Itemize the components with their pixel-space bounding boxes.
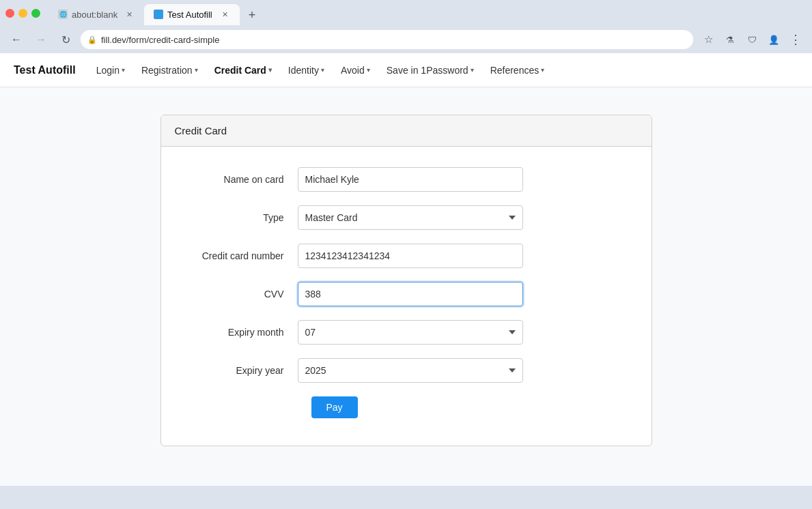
nav-avoid[interactable]: Avoid ▾: [334, 61, 377, 80]
type-select[interactable]: Visa Master Card Amex Discover: [298, 205, 523, 230]
extension-icon-2[interactable]: 🛡: [742, 30, 761, 49]
references-caret: ▾: [541, 66, 544, 74]
nav-references[interactable]: References ▾: [484, 61, 552, 80]
brand: Test Autofill: [14, 64, 76, 76]
pay-button[interactable]: Pay: [311, 396, 358, 418]
avoid-caret: ▾: [367, 66, 370, 74]
page-content: Test Autofill Login ▾ Registration ▾ Cre…: [0, 53, 812, 486]
name-on-card-row: Name on card: [188, 167, 624, 192]
credit-card-number-input[interactable]: [298, 244, 523, 268]
expiry-month-label: Expiry month: [188, 327, 298, 338]
title-bar: 🌐 about:blank ✕ 🌐 Test Autofill ✕ +: [0, 0, 812, 26]
expiry-month-select[interactable]: 01 02 03 04 05 06 07 08 09 10 11 12: [298, 320, 523, 345]
nav-save-in-1password[interactable]: Save in 1Password ▾: [380, 61, 481, 80]
tab-title-1: about:blank: [72, 10, 117, 20]
nav-credit-card[interactable]: Credit Card ▾: [208, 61, 279, 80]
name-on-card-input[interactable]: [298, 167, 523, 192]
browser-window: 🌐 about:blank ✕ 🌐 Test Autofill ✕ + ← → …: [0, 0, 812, 509]
profile-icon[interactable]: 👤: [764, 30, 783, 49]
expiry-year-label: Expiry year: [188, 365, 298, 376]
form-section-title: Credit Card: [161, 115, 652, 147]
type-label: Type: [188, 212, 298, 223]
tab-title-2: Test Autofill: [167, 10, 212, 20]
save-in-1password-caret: ▾: [471, 66, 474, 74]
credit-card-caret: ▾: [268, 66, 272, 74]
tab-favicon-2: 🌐: [154, 10, 163, 19]
registration-caret: ▾: [195, 66, 198, 74]
form-body: Name on card Type Visa Master Card Amex …: [161, 147, 652, 446]
tab-close-1[interactable]: ✕: [124, 9, 135, 20]
maximize-traffic-light[interactable]: [31, 9, 40, 18]
toolbar-icons: ☆ ⚗ 🛡 👤 ⋮: [699, 30, 805, 49]
name-on-card-label: Name on card: [188, 174, 298, 185]
tab-about-blank[interactable]: 🌐 about:blank ✕: [48, 4, 144, 25]
tab-test-autofill[interactable]: 🌐 Test Autofill ✕: [144, 4, 240, 25]
back-button[interactable]: ←: [7, 30, 26, 49]
main-content: Credit Card Name on card Type Visa Maste…: [0, 87, 812, 474]
tab-close-2[interactable]: ✕: [219, 9, 230, 20]
bookmark-icon[interactable]: ☆: [699, 30, 718, 49]
cvv-input[interactable]: [298, 282, 523, 306]
nav-identity[interactable]: Identity ▾: [281, 61, 331, 80]
expiry-year-row: Expiry year 2024 2025 2026 2027 2028 202…: [188, 358, 624, 383]
type-row: Type Visa Master Card Amex Discover: [188, 205, 624, 230]
menu-icon[interactable]: ⋮: [786, 30, 805, 49]
login-caret: ▾: [122, 66, 125, 74]
cvv-label: CVV: [188, 289, 298, 300]
reload-button[interactable]: ↻: [56, 30, 75, 49]
credit-card-number-row: Credit card number: [188, 244, 624, 268]
extension-icon-1[interactable]: ⚗: [720, 30, 740, 49]
nav-login[interactable]: Login ▾: [89, 61, 132, 80]
tab-favicon-1: 🌐: [58, 10, 68, 19]
nav-registration[interactable]: Registration ▾: [135, 61, 205, 80]
forward-button[interactable]: →: [31, 30, 51, 49]
navbar: Test Autofill Login ▾ Registration ▾ Cre…: [0, 53, 812, 87]
credit-card-number-label: Credit card number: [188, 250, 298, 261]
submit-row: Pay: [188, 396, 624, 418]
close-traffic-light[interactable]: [5, 9, 14, 18]
expiry-year-select[interactable]: 2024 2025 2026 2027 2028 2029 2030: [298, 358, 523, 383]
address-bar[interactable]: 🔒 fill.dev/form/credit-card-simple: [81, 30, 693, 49]
addressbar-row: ← → ↻ 🔒 fill.dev/form/credit-card-simple…: [0, 26, 812, 53]
url-text: fill.dev/form/credit-card-simple: [101, 35, 686, 45]
minimize-traffic-light[interactable]: [18, 9, 27, 18]
new-tab-button[interactable]: +: [242, 5, 262, 25]
traffic-lights: [5, 9, 40, 18]
form-card: Credit Card Name on card Type Visa Maste…: [160, 115, 652, 446]
lock-icon: 🔒: [87, 35, 97, 44]
identity-caret: ▾: [321, 66, 324, 74]
expiry-month-row: Expiry month 01 02 03 04 05 06 07 08 09 …: [188, 320, 624, 345]
cvv-row: CVV: [188, 282, 624, 306]
tabs-bar: 🌐 about:blank ✕ 🌐 Test Autofill ✕ +: [48, 1, 807, 25]
